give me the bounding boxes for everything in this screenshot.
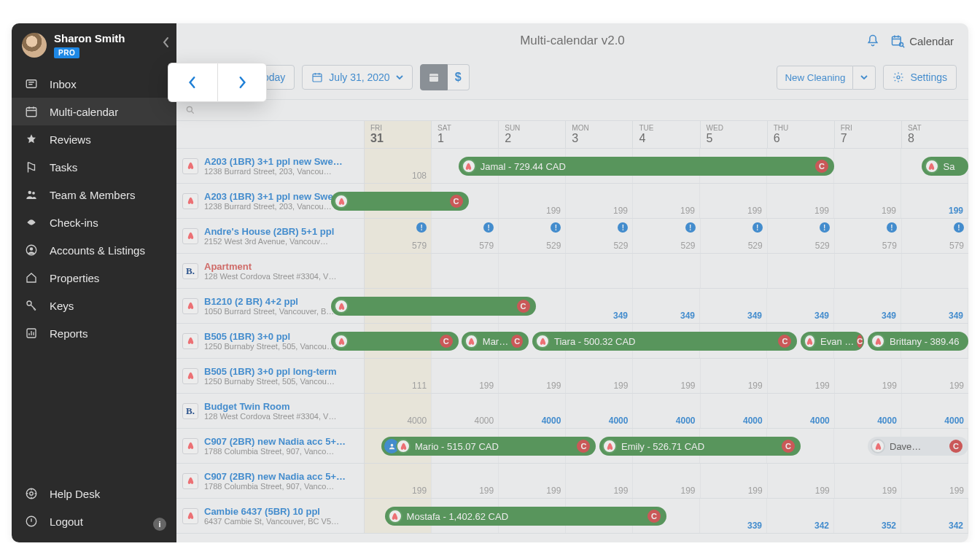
calendar-cell[interactable]: 4000	[701, 394, 768, 428]
calendar-cell[interactable]: 199	[768, 464, 835, 498]
calendar-cell[interactable]: 199	[633, 184, 700, 218]
calendar-cell[interactable]: 199	[902, 464, 968, 498]
calendar-cell[interactable]: 199	[566, 184, 633, 218]
sidebar-item-logout[interactable]: Logout	[12, 507, 176, 535]
calendar-cell[interactable]	[834, 149, 901, 183]
property-cell[interactable]: B.Budget Twin Room128 West Cordova Stree…	[176, 394, 365, 428]
booking-bar[interactable]: Mostafa - 1,402.62 CADC	[385, 507, 666, 526]
calendar-cell[interactable]: 199	[499, 464, 566, 498]
calendar-cell[interactable]: 352	[834, 499, 901, 533]
calendar-cell[interactable]: 199	[566, 464, 633, 498]
alert-icon[interactable]: !	[820, 222, 830, 233]
calendar-cell[interactable]: 529!	[566, 219, 633, 253]
alert-icon[interactable]: !	[618, 222, 628, 233]
calendar-cell[interactable]: 199	[901, 184, 968, 218]
sidebar-item-reports[interactable]: Reports	[12, 319, 176, 347]
property-cell[interactable]: B.Apartment128 West Cordova Street #3304…	[176, 254, 365, 288]
calendar-cell[interactable]: 349	[700, 289, 767, 323]
booking-bar[interactable]: Jamal - 729.44 CADC	[459, 157, 834, 176]
calendar-cell[interactable]: 199	[835, 464, 902, 498]
calendar-cell[interactable]	[432, 254, 499, 288]
date-picker-button[interactable]: July 31, 2020	[302, 65, 412, 90]
calendar-cell[interactable]: 108	[365, 149, 432, 183]
sidebar-collapse-icon[interactable]	[162, 36, 169, 48]
cleaning-badge[interactable]: C	[648, 510, 661, 523]
cleaning-badge[interactable]: C	[782, 440, 795, 453]
booking-bar[interactable]: Dave…C	[868, 437, 968, 456]
calendar-cell[interactable]: 349	[566, 289, 633, 323]
sidebar-item-tasks[interactable]: Tasks	[12, 153, 176, 181]
calendar-cell[interactable]	[566, 254, 633, 288]
property-cell[interactable]: B505 (1BR) 3+0 ppl long-term1250 Burnaby…	[176, 359, 365, 393]
sidebar-item-multi-calendar[interactable]: Multi-calendar	[12, 98, 176, 125]
booking-bar[interactable]: C	[331, 297, 536, 316]
new-cleaning-dropdown[interactable]	[853, 66, 876, 90]
calendar-cell[interactable]: 199	[432, 464, 499, 498]
next-button[interactable]	[217, 63, 268, 102]
calendar-cell[interactable]: 349	[901, 289, 968, 323]
alert-icon[interactable]: !	[483, 222, 494, 233]
calendar-cell[interactable]: 4000	[768, 394, 835, 428]
calendar-cell[interactable]	[633, 254, 700, 288]
sidebar-item-reviews[interactable]: Reviews	[12, 125, 176, 153]
calendar-cell[interactable]: 111	[365, 359, 432, 393]
calendar-cell[interactable]: 4000	[365, 394, 432, 428]
calendar-cell[interactable]: 579!	[432, 219, 499, 253]
alert-icon[interactable]: !	[416, 222, 427, 233]
calendar-cell[interactable]: 579!	[365, 219, 432, 253]
search-cell[interactable]	[176, 105, 365, 115]
calendar-cell[interactable]: 529!	[633, 219, 700, 253]
revenue-view-button[interactable]: $	[448, 64, 470, 90]
alert-icon[interactable]: !	[954, 222, 964, 233]
calendar-cell[interactable]: 579!	[902, 219, 968, 253]
calendar-cell[interactable]: 199	[633, 359, 700, 393]
booking-bar[interactable]: Tiara - 500.32 CADC	[532, 332, 797, 351]
calendar-cell[interactable]	[365, 254, 432, 288]
user-profile[interactable]: Sharon Smith PRO	[12, 23, 176, 61]
settings-button[interactable]: Settings	[883, 65, 957, 90]
property-cell[interactable]: C907 (2BR) new Nadia acc 5+…1788 Columbi…	[176, 464, 365, 498]
calendar-cell[interactable]	[835, 254, 902, 288]
calendar-cell[interactable]: 342	[901, 499, 968, 533]
booking-bar[interactable]: C	[331, 332, 459, 351]
info-icon[interactable]: i	[153, 518, 166, 531]
property-cell[interactable]: A203 (1BR) 3+1 ppl new Swe…1238 Burrard …	[176, 149, 365, 183]
calendar-cell[interactable]: 529!	[701, 219, 768, 253]
property-cell[interactable]: Cambie 6437 (5BR) 10 ppl6437 Cambie St, …	[176, 499, 365, 533]
calendar-cell[interactable]: 199	[835, 359, 902, 393]
sidebar-item-accounts[interactable]: Accounts & Listings	[12, 236, 176, 264]
alert-icon[interactable]: !	[551, 222, 561, 233]
calendar-cell[interactable]: 199	[701, 359, 768, 393]
cleaning-badge[interactable]: C	[949, 440, 962, 453]
calendar-cell[interactable]: 349	[633, 289, 700, 323]
calendar-cell[interactable]: 199	[499, 184, 566, 218]
calendar-cell[interactable]: 199	[700, 184, 767, 218]
notifications-icon[interactable]	[866, 34, 880, 48]
property-cell[interactable]: C907 (2BR) new Nadia acc 5+…1788 Columbi…	[176, 429, 365, 463]
booking-bar[interactable]: Brittany - 389.46	[868, 332, 968, 351]
calendar-cell[interactable]: 199	[432, 359, 499, 393]
sidebar-item-keys[interactable]: Keys	[12, 292, 176, 319]
calendar-cell[interactable]: 4000	[499, 394, 566, 428]
calendar-cell[interactable]: 199	[566, 359, 633, 393]
calendar-cell[interactable]: 199	[834, 184, 901, 218]
calendar-cell[interactable]: 4000	[633, 394, 700, 428]
calendar-cell[interactable]: 579!	[835, 219, 902, 253]
calendar-search-icon[interactable]: Calendar	[890, 34, 954, 48]
calendar-cell[interactable]: 199	[767, 184, 834, 218]
calendar-cell[interactable]: 529!	[499, 219, 566, 253]
alert-icon[interactable]: !	[887, 222, 897, 233]
calendar-cell[interactable]: 199	[701, 464, 768, 498]
cleaning-badge[interactable]: C	[778, 335, 791, 348]
property-cell[interactable]: Andre's House (2BR) 5+1 ppl2152 West 3rd…	[176, 219, 365, 253]
calendar-cell[interactable]: 4000	[566, 394, 633, 428]
calendar-cell[interactable]: 199	[768, 359, 835, 393]
calendar-cell[interactable]: 199	[499, 359, 566, 393]
calendar-view-button[interactable]	[420, 64, 448, 90]
calendar-cell[interactable]: 199	[902, 359, 968, 393]
calendar-cell[interactable]: 349	[834, 289, 901, 323]
booking-bar[interactable]: Evan …C	[801, 332, 864, 351]
cleaning-badge[interactable]: C	[815, 160, 828, 173]
prev-button[interactable]	[168, 63, 217, 102]
sidebar-item-helpdesk[interactable]: Help Desk	[12, 480, 176, 507]
